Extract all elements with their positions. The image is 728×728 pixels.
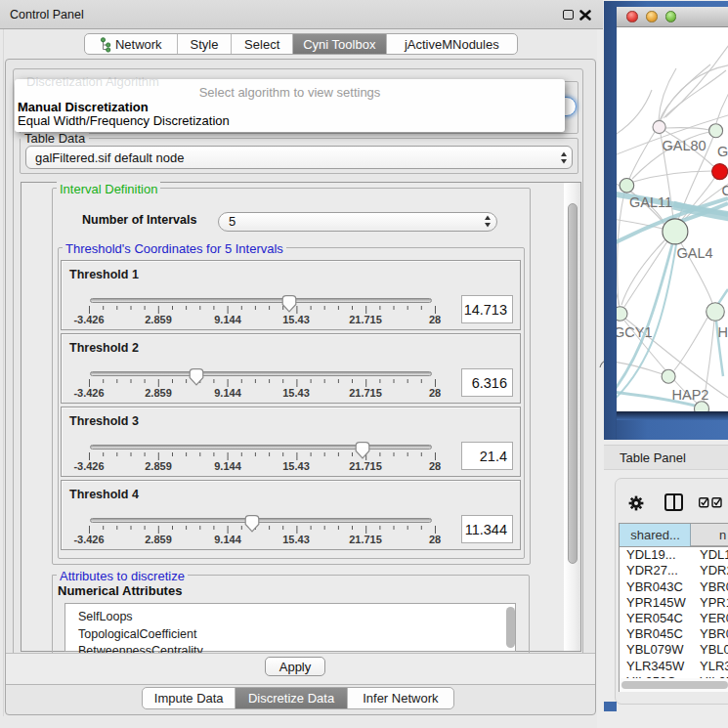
svg-text:C: C [722,183,728,198]
svg-text:GAL11: GAL11 [629,194,672,210]
svg-text:GCY1: GCY1 [617,324,653,340]
svg-text:GAL4: GAL4 [677,245,713,261]
svg-text:GA: GA [717,144,728,159]
svg-text:HAP2: HAP2 [672,387,709,403]
svg-text:H: H [718,324,728,340]
svg-text:GAL80: GAL80 [663,138,707,153]
